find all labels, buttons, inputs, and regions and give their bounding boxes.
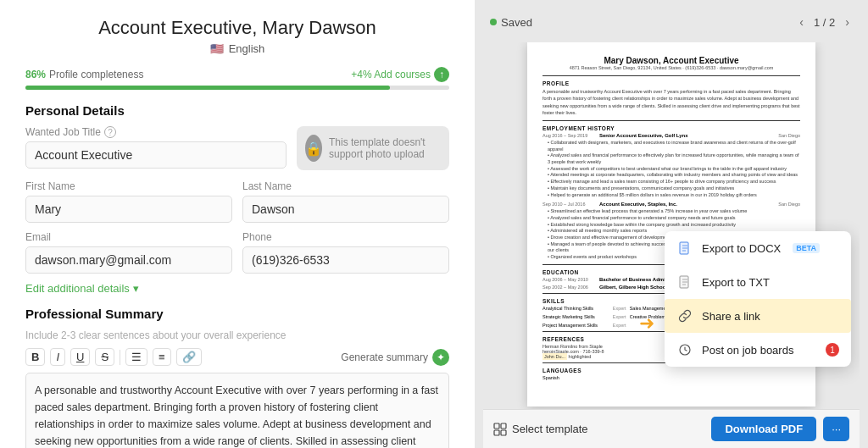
resume-job-2-header: Sep 2010 – Jul 2016 Account Executive, S… [542,202,800,207]
txt-icon [676,274,693,290]
info-icon[interactable]: ? [104,126,116,138]
left-panel: Account Executive, Mary Dawson 🇺🇸 Englis… [0,0,475,448]
docx-icon [676,240,693,257]
post-job-boards-item[interactable]: Post on job boards 1 [665,333,851,367]
resume-contact: 4871 Reason Street, San Diego, 92134, Un… [542,65,800,70]
svg-rect-3 [494,423,499,429]
add-courses-link[interactable]: +4% Add courses ↑ [351,67,449,82]
export-docx-item[interactable]: Export to DOCX BETA [665,231,851,265]
wanted-job-field: Wanted Job Title ? [25,126,287,169]
export-docx-label: Export to DOCX [702,242,781,255]
strikethrough-button[interactable]: S [95,348,114,366]
skill-4: Strategic Marketing SkillsExpert [542,314,626,319]
progress-label: Profile completeness [49,69,143,80]
add-courses-icon: ↑ [434,67,449,82]
next-page-button[interactable]: › [842,14,853,30]
preview-top-bar: Saved ‹ 1 / 2 › [483,8,860,36]
contact-fields: Email Phone [25,231,449,274]
resume-container: Mary Dawson, Account Executive 4871 Reas… [483,42,860,409]
editor-toolbar: B I U S ☰ ≡ 🔗 Generate summary ✦ [25,348,449,366]
share-link-label: Share a link [702,310,760,323]
select-template-button[interactable]: Select template [493,423,588,436]
resume-role-1: Senior Account Executive, Golf Lynx [599,133,756,138]
preview-bottom-bar: Select template Download PDF ··· [483,409,860,448]
edit-additional-link[interactable]: Edit additional details ▾ [25,282,449,295]
photo-placeholder: 🔒 This template doesn't support photo up… [297,126,449,170]
link-icon [676,307,693,324]
svg-rect-6 [501,430,506,435]
bottom-right-actions: Download PDF ··· [711,417,849,441]
list-unordered-button[interactable]: ☰ [125,348,147,366]
template-grid-icon [493,423,507,436]
svg-rect-5 [494,430,499,435]
pro-summary-desc: Include 2-3 clear sentences about your o… [25,329,449,341]
progress-bar-background [25,86,449,90]
page-indicator: 1 / 2 [814,16,835,29]
list-ordered-button[interactable]: ≡ [153,348,171,366]
phone-input[interactable] [242,246,449,274]
share-link-item[interactable]: Share a link [665,299,851,333]
name-fields: First Name Last Name [25,180,449,223]
resume-job-1-header: Aug 2016 – Sep 2019 Senior Account Execu… [542,133,800,138]
ref-1: Herman Romilno from StapleheroinStaple.c… [542,344,670,359]
resume-edu-date-2: Sep 2002 – May 2006 [542,285,598,290]
skill-7: Project Management SkillsExpert [542,323,626,328]
last-name-label: Last Name [242,180,449,192]
italic-button[interactable]: I [50,348,65,366]
personal-details-title: Personal Details [25,103,449,118]
link-button[interactable]: 🔗 [176,348,202,366]
email-field: Email [25,231,232,274]
wanted-job-label-row: Wanted Job Title ? [25,126,287,138]
generate-summary-label: Generate summary [341,351,428,363]
last-name-field: Last Name [242,180,449,223]
edit-additional-label: Edit additional details [25,282,130,295]
chevron-down-icon: ▾ [133,282,139,295]
export-dropdown: Export to DOCX BETA Export to TXT Share … [665,231,851,367]
wanted-job-input[interactable] [25,141,287,169]
resume-profile-header: PROFILE [542,80,800,86]
resume-role-2: Account Executive, Staples, Inc. [599,202,756,207]
language-row: 🇺🇸 English [25,42,449,55]
resume-edu-date-1: Aug 2006 – May 2010 [542,277,598,282]
generate-summary-btn[interactable]: Generate summary ✦ [341,349,449,366]
add-courses-label: +4% Add courses [351,69,431,80]
generate-icon: ✦ [432,349,449,366]
wanted-job-label: Wanted Job Title [25,126,101,138]
language-label: English [229,42,265,55]
resume-divider-1 [542,75,800,76]
phone-field: Phone [242,231,449,274]
saved-badge: Saved [490,16,532,29]
flag-icon: 🇺🇸 [210,42,224,55]
summary-textarea[interactable]: A personable and trustworthy Account Exe… [25,373,449,448]
photo-text: This template doesn't support photo uplo… [329,136,441,160]
prev-page-button[interactable]: ‹ [796,14,807,30]
post-icon [676,341,693,358]
email-label: Email [25,231,232,243]
last-name-input[interactable] [242,196,449,223]
resume-divider-2 [542,120,800,121]
toolbar-divider [120,350,120,365]
pagination: ‹ 1 / 2 › [796,14,853,30]
svg-rect-4 [501,423,506,429]
first-name-label: First Name [25,180,232,192]
export-txt-item[interactable]: Export to TXT [665,265,851,299]
download-pdf-button[interactable]: Download PDF [711,417,816,441]
pro-summary-title: Professional Summary [25,307,449,321]
resume-employment-header: EMPLOYMENT HISTORY [542,125,800,131]
resume-date-1: Aug 2016 – Sep 2019 [542,133,598,138]
select-template-label: Select template [512,423,588,435]
saved-label: Saved [501,16,532,29]
wanted-job-row: Wanted Job Title ? 🔒 This template doesn… [25,126,449,170]
resume-languages-header: LANGUAGES [542,368,800,373]
progress-bar-fill [25,86,390,90]
bold-button[interactable]: B [25,348,45,366]
resume-date-2: Sep 2010 – Jul 2016 [542,202,598,207]
post-job-boards-label: Post on job boards [702,344,793,357]
right-panel: Saved ‹ 1 / 2 › Mary Dawson, Account Exe… [475,0,868,448]
first-name-input[interactable] [25,196,232,223]
resume-bullets-1: • Collaborated with designers, marketers… [542,140,800,198]
underline-button[interactable]: U [70,348,90,366]
more-options-button[interactable]: ··· [823,417,849,441]
email-input[interactable] [25,246,232,274]
phone-label: Phone [242,231,449,243]
